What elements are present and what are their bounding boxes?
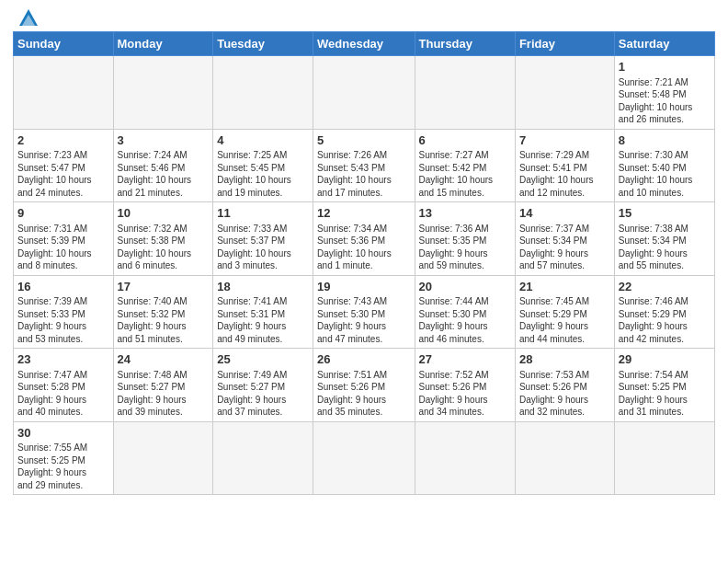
day-number: 7	[519, 132, 610, 149]
day-number: 10	[118, 205, 210, 222]
calendar-day-cell: 13Sunrise: 7:36 AM Sunset: 5:35 PM Dayli…	[415, 202, 515, 276]
page: SundayMondayTuesdayWednesdayThursdayFrid…	[0, 0, 728, 504]
calendar-day-cell: 16Sunrise: 7:39 AM Sunset: 5:33 PM Dayli…	[14, 275, 114, 349]
day-info: Sunrise: 7:25 AM Sunset: 5:45 PM Dayligh…	[217, 149, 309, 199]
calendar-day-cell	[313, 421, 415, 495]
weekday-header-friday: Friday	[515, 32, 614, 56]
calendar-day-cell: 27Sunrise: 7:52 AM Sunset: 5:26 PM Dayli…	[415, 349, 515, 422]
calendar-day-cell: 20Sunrise: 7:44 AM Sunset: 5:30 PM Dayli…	[415, 275, 515, 349]
day-number: 26	[317, 351, 410, 368]
day-number: 23	[17, 351, 109, 368]
weekday-header-tuesday: Tuesday	[213, 32, 313, 56]
calendar-week-row: 23Sunrise: 7:47 AM Sunset: 5:28 PM Dayli…	[14, 349, 715, 422]
calendar-day-cell	[515, 56, 614, 130]
day-number: 8	[619, 132, 711, 149]
day-number: 11	[217, 205, 309, 222]
day-info: Sunrise: 7:29 AM Sunset: 5:41 PM Dayligh…	[519, 149, 610, 199]
calendar-day-cell: 9Sunrise: 7:31 AM Sunset: 5:39 PM Daylig…	[14, 202, 114, 276]
calendar-day-cell: 4Sunrise: 7:25 AM Sunset: 5:45 PM Daylig…	[213, 129, 313, 202]
calendar-day-cell: 10Sunrise: 7:32 AM Sunset: 5:38 PM Dayli…	[113, 202, 213, 276]
calendar-day-cell: 18Sunrise: 7:41 AM Sunset: 5:31 PM Dayli…	[213, 275, 313, 349]
calendar-day-cell	[113, 56, 213, 130]
calendar-day-cell: 15Sunrise: 7:38 AM Sunset: 5:34 PM Dayli…	[614, 202, 714, 276]
day-info: Sunrise: 7:27 AM Sunset: 5:42 PM Dayligh…	[419, 149, 511, 199]
calendar-day-cell: 30Sunrise: 7:55 AM Sunset: 5:25 PM Dayli…	[14, 421, 114, 495]
calendar-day-cell: 8Sunrise: 7:30 AM Sunset: 5:40 PM Daylig…	[614, 129, 714, 202]
calendar-week-row: 30Sunrise: 7:55 AM Sunset: 5:25 PM Dayli…	[14, 421, 715, 495]
day-number: 20	[419, 279, 511, 295]
calendar-day-cell: 7Sunrise: 7:29 AM Sunset: 5:41 PM Daylig…	[515, 129, 614, 202]
calendar-day-cell: 26Sunrise: 7:51 AM Sunset: 5:26 PM Dayli…	[313, 349, 415, 422]
day-number: 4	[217, 132, 309, 149]
day-info: Sunrise: 7:47 AM Sunset: 5:28 PM Dayligh…	[17, 369, 109, 419]
day-number: 16	[17, 279, 109, 295]
day-number: 22	[619, 279, 711, 295]
calendar-day-cell	[614, 421, 714, 495]
calendar-day-cell: 2Sunrise: 7:23 AM Sunset: 5:47 PM Daylig…	[14, 129, 114, 202]
calendar-day-cell	[515, 421, 614, 495]
calendar-day-cell: 11Sunrise: 7:33 AM Sunset: 5:37 PM Dayli…	[213, 202, 313, 276]
day-number: 1	[619, 59, 711, 75]
day-number: 6	[419, 132, 511, 149]
day-info: Sunrise: 7:45 AM Sunset: 5:29 PM Dayligh…	[519, 295, 610, 345]
day-info: Sunrise: 7:24 AM Sunset: 5:46 PM Dayligh…	[118, 149, 210, 199]
calendar-day-cell: 24Sunrise: 7:48 AM Sunset: 5:27 PM Dayli…	[113, 349, 213, 422]
day-number: 13	[419, 205, 511, 222]
day-number: 3	[118, 132, 210, 149]
day-number: 21	[519, 279, 610, 295]
calendar-day-cell: 5Sunrise: 7:26 AM Sunset: 5:43 PM Daylig…	[313, 129, 415, 202]
day-info: Sunrise: 7:48 AM Sunset: 5:27 PM Dayligh…	[118, 369, 210, 419]
day-number: 24	[118, 351, 210, 368]
calendar-week-row: 16Sunrise: 7:39 AM Sunset: 5:33 PM Dayli…	[14, 275, 715, 349]
day-number: 9	[17, 205, 109, 222]
calendar-day-cell	[14, 56, 114, 130]
day-info: Sunrise: 7:34 AM Sunset: 5:36 PM Dayligh…	[317, 223, 410, 272]
day-info: Sunrise: 7:44 AM Sunset: 5:30 PM Dayligh…	[419, 295, 511, 345]
day-info: Sunrise: 7:23 AM Sunset: 5:47 PM Dayligh…	[17, 149, 109, 199]
calendar-week-row: 9Sunrise: 7:31 AM Sunset: 5:39 PM Daylig…	[14, 202, 715, 276]
logo-triangle-icon	[18, 7, 39, 28]
day-info: Sunrise: 7:37 AM Sunset: 5:34 PM Dayligh…	[519, 223, 610, 272]
calendar-day-cell	[113, 421, 213, 495]
day-number: 17	[118, 279, 210, 295]
day-info: Sunrise: 7:21 AM Sunset: 5:48 PM Dayligh…	[619, 76, 711, 126]
day-number: 12	[317, 205, 410, 222]
day-info: Sunrise: 7:55 AM Sunset: 5:25 PM Dayligh…	[17, 442, 109, 491]
calendar-day-cell	[313, 56, 415, 130]
calendar-day-cell	[213, 421, 313, 495]
calendar-day-cell	[213, 56, 313, 130]
day-info: Sunrise: 7:49 AM Sunset: 5:27 PM Dayligh…	[217, 369, 309, 419]
calendar-day-cell: 29Sunrise: 7:54 AM Sunset: 5:25 PM Dayli…	[614, 349, 714, 422]
calendar-day-cell: 3Sunrise: 7:24 AM Sunset: 5:46 PM Daylig…	[113, 129, 213, 202]
calendar-day-cell	[415, 56, 515, 130]
day-info: Sunrise: 7:26 AM Sunset: 5:43 PM Dayligh…	[317, 149, 410, 199]
day-number: 28	[519, 351, 610, 368]
calendar-day-cell: 19Sunrise: 7:43 AM Sunset: 5:30 PM Dayli…	[313, 275, 415, 349]
day-number: 27	[419, 351, 511, 368]
day-info: Sunrise: 7:30 AM Sunset: 5:40 PM Dayligh…	[619, 149, 711, 199]
day-number: 29	[619, 351, 711, 368]
calendar-day-cell: 6Sunrise: 7:27 AM Sunset: 5:42 PM Daylig…	[415, 129, 515, 202]
day-info: Sunrise: 7:36 AM Sunset: 5:35 PM Dayligh…	[419, 223, 511, 272]
calendar-week-row: 2Sunrise: 7:23 AM Sunset: 5:47 PM Daylig…	[14, 129, 715, 202]
weekday-header-wednesday: Wednesday	[313, 32, 415, 56]
day-number: 5	[317, 132, 410, 149]
calendar-day-cell: 22Sunrise: 7:46 AM Sunset: 5:29 PM Dayli…	[614, 275, 714, 349]
day-info: Sunrise: 7:41 AM Sunset: 5:31 PM Dayligh…	[217, 295, 309, 345]
day-number: 30	[17, 425, 109, 442]
calendar-day-cell: 21Sunrise: 7:45 AM Sunset: 5:29 PM Dayli…	[515, 275, 614, 349]
day-info: Sunrise: 7:33 AM Sunset: 5:37 PM Dayligh…	[217, 223, 309, 272]
calendar: SundayMondayTuesdayWednesdayThursdayFrid…	[13, 31, 715, 495]
day-info: Sunrise: 7:31 AM Sunset: 5:39 PM Dayligh…	[17, 223, 109, 272]
day-number: 14	[519, 205, 610, 222]
logo-area	[13, 9, 39, 28]
calendar-day-cell: 14Sunrise: 7:37 AM Sunset: 5:34 PM Dayli…	[515, 202, 614, 276]
day-info: Sunrise: 7:39 AM Sunset: 5:33 PM Dayligh…	[17, 295, 109, 345]
day-info: Sunrise: 7:38 AM Sunset: 5:34 PM Dayligh…	[619, 223, 711, 272]
day-number: 15	[619, 205, 711, 222]
calendar-day-cell	[415, 421, 515, 495]
day-info: Sunrise: 7:43 AM Sunset: 5:30 PM Dayligh…	[317, 295, 410, 345]
day-info: Sunrise: 7:40 AM Sunset: 5:32 PM Dayligh…	[118, 295, 210, 345]
day-info: Sunrise: 7:32 AM Sunset: 5:38 PM Dayligh…	[118, 223, 210, 272]
calendar-header-row: SundayMondayTuesdayWednesdayThursdayFrid…	[14, 32, 715, 56]
